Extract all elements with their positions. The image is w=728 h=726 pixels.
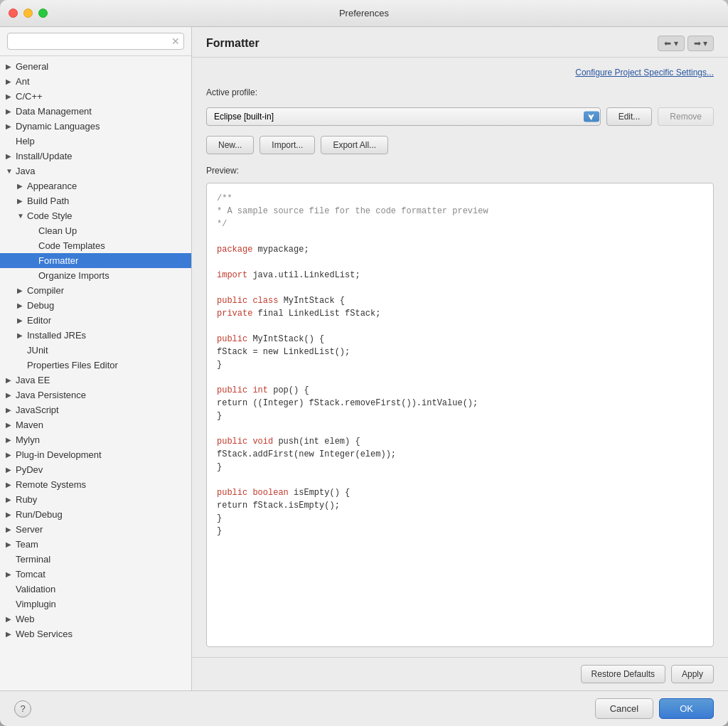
sidebar-label-dynamic-languages: Dynamic Languages (16, 121, 186, 132)
sidebar-item-java-ee[interactable]: ▶Java EE (0, 373, 191, 388)
nav-arrows: ⬅ ▾ ➡ ▾ (658, 36, 714, 51)
sidebar-item-tomcat[interactable]: ▶Tomcat (0, 567, 191, 582)
sidebar-item-dynamic-languages[interactable]: ▶Dynamic Languages (0, 119, 191, 134)
restore-defaults-button[interactable]: Restore Defaults (581, 665, 665, 683)
code-line (217, 422, 703, 435)
sidebar-item-mylyn[interactable]: ▶Mylyn (0, 432, 191, 447)
sidebar-item-code-style[interactable]: ▼Code Style (0, 208, 191, 223)
apply-button[interactable]: Apply (671, 665, 714, 683)
sidebar-item-editor[interactable]: ▶Editor (0, 313, 191, 328)
code-line: } (217, 358, 703, 371)
sidebar-item-debug[interactable]: ▶Debug (0, 298, 191, 313)
tree-arrow-mylyn: ▶ (6, 436, 16, 444)
tree-arrow-debug: ▶ (17, 301, 27, 309)
sidebar-label-formatter: Formatter (38, 255, 186, 266)
search-input[interactable] (7, 33, 184, 50)
sidebar-label-javascript: JavaScript (16, 405, 186, 415)
sidebar-item-formatter[interactable]: Formatter (0, 253, 191, 268)
sidebar-item-javascript[interactable]: ▶JavaScript (0, 402, 191, 417)
sidebar-item-pydev[interactable]: ▶PyDev (0, 462, 191, 477)
code-line: public class MyIntStack { (217, 294, 703, 307)
sidebar-label-debug: Debug (27, 300, 186, 311)
sidebar-item-web-services[interactable]: ▶Web Services (0, 626, 191, 641)
code-line (217, 282, 703, 294)
sidebar-label-cpp: C/C++ (16, 91, 186, 102)
cancel-button[interactable]: Cancel (595, 698, 653, 719)
tree-arrow-cpp: ▶ (6, 92, 16, 100)
clear-search-icon[interactable]: ✕ (171, 36, 180, 46)
sidebar-item-install-update[interactable]: ▶Install/Update (0, 149, 191, 164)
sidebar-label-vimplugin: Vimplugin (16, 599, 186, 609)
close-button[interactable] (9, 9, 18, 18)
remove-button[interactable]: Remove (658, 107, 714, 126)
sidebar-item-web[interactable]: ▶Web (0, 612, 191, 626)
sidebar-item-organize-imports[interactable]: Organize Imports (0, 268, 191, 283)
sidebar-item-team[interactable]: ▶Team (0, 537, 191, 552)
sidebar-item-data-management[interactable]: ▶Data Management (0, 104, 191, 119)
sidebar-item-code-templates[interactable]: Code Templates (0, 238, 191, 253)
code-line: } (217, 410, 703, 422)
tree-arrow-run-debug: ▶ (6, 511, 16, 518)
profile-row: Eclipse [built-in] ⮟ Edit... Remove (206, 107, 714, 126)
sidebar-item-ruby[interactable]: ▶Ruby (0, 492, 191, 507)
sidebar-label-properties-files-editor: Properties Files Editor (27, 360, 186, 370)
sidebar-item-build-path[interactable]: ▶Build Path (0, 193, 191, 208)
new-button[interactable]: New... (206, 136, 254, 154)
profile-select[interactable]: Eclipse [built-in] (206, 107, 601, 126)
sidebar-item-cpp[interactable]: ▶C/C++ (0, 89, 191, 104)
sidebar-item-vimplugin[interactable]: Vimplugin (0, 597, 191, 612)
sidebar-label-appearance: Appearance (27, 181, 186, 191)
sidebar-label-mylyn: Mylyn (16, 434, 186, 445)
sidebar-label-java-persistence: Java Persistence (16, 390, 186, 400)
profile-select-wrapper: Eclipse [built-in] ⮟ (206, 107, 601, 126)
tree-arrow-build-path: ▶ (17, 197, 27, 205)
sidebar-item-compiler[interactable]: ▶Compiler (0, 283, 191, 298)
sidebar-item-java-persistence[interactable]: ▶Java Persistence (0, 388, 191, 402)
sidebar-item-junit[interactable]: JUnit (0, 343, 191, 358)
tree-arrow-code-style: ▼ (17, 212, 27, 220)
minimize-button[interactable] (23, 9, 33, 18)
sidebar-label-web-services: Web Services (16, 629, 186, 639)
sidebar-item-remote-systems[interactable]: ▶Remote Systems (0, 477, 191, 492)
code-line: } (217, 525, 703, 538)
sidebar-item-plugin-development[interactable]: ▶Plug-in Development (0, 447, 191, 462)
ok-button[interactable]: OK (659, 698, 714, 719)
search-wrapper: ✕ (7, 33, 184, 50)
tree-arrow-plugin-development: ▶ (6, 451, 16, 459)
tree-arrow-java-ee: ▶ (6, 376, 16, 384)
tree-arrow-editor: ▶ (17, 316, 27, 324)
sidebar-item-server[interactable]: ▶Server (0, 522, 191, 537)
import-button[interactable]: Import... (259, 136, 315, 154)
sidebar-item-general[interactable]: ▶General (0, 59, 191, 74)
sidebar-item-help[interactable]: Help (0, 134, 191, 149)
sidebar-item-properties-files-editor[interactable]: Properties Files Editor (0, 358, 191, 373)
sidebar-label-code-style: Code Style (27, 210, 186, 221)
code-line: import java.util.LinkedList; (217, 269, 703, 282)
code-preview: /** * A sample source file for the code … (206, 183, 714, 647)
edit-button[interactable]: Edit... (606, 107, 653, 126)
sidebar-item-maven[interactable]: ▶Maven (0, 417, 191, 432)
forward-button[interactable]: ➡ ▾ (687, 36, 714, 51)
sidebar-item-ant[interactable]: ▶Ant (0, 74, 191, 89)
sidebar-label-clean-up: Clean Up (38, 225, 186, 236)
code-line: private final LinkedList fStack; (217, 307, 703, 320)
sidebar-item-java[interactable]: ▼Java (0, 164, 191, 178)
tree-arrow-installed-jres: ▶ (17, 331, 27, 339)
sidebar-item-appearance[interactable]: ▶Appearance (0, 178, 191, 193)
sidebar-item-installed-jres[interactable]: ▶Installed JREs (0, 328, 191, 343)
sidebar-item-run-debug[interactable]: ▶Run/Debug (0, 507, 191, 522)
configure-project-link[interactable]: Configure Project Specific Settings... (206, 68, 714, 78)
sidebar-item-validation[interactable]: Validation (0, 582, 191, 597)
export-all-button[interactable]: Export All... (321, 136, 388, 154)
sidebar-item-terminal[interactable]: Terminal (0, 552, 191, 567)
sidebar-label-general: General (16, 61, 186, 72)
help-button[interactable]: ? (14, 700, 31, 717)
maximize-button[interactable] (38, 9, 48, 18)
back-button[interactable]: ⬅ ▾ (658, 36, 684, 51)
sidebar-label-ant: Ant (16, 76, 186, 87)
traffic-lights (9, 9, 48, 18)
code-line: } (217, 461, 703, 474)
sidebar-item-clean-up[interactable]: Clean Up (0, 223, 191, 238)
code-line: public int pop() { (217, 384, 703, 397)
tree-arrow-ruby: ▶ (6, 496, 16, 503)
